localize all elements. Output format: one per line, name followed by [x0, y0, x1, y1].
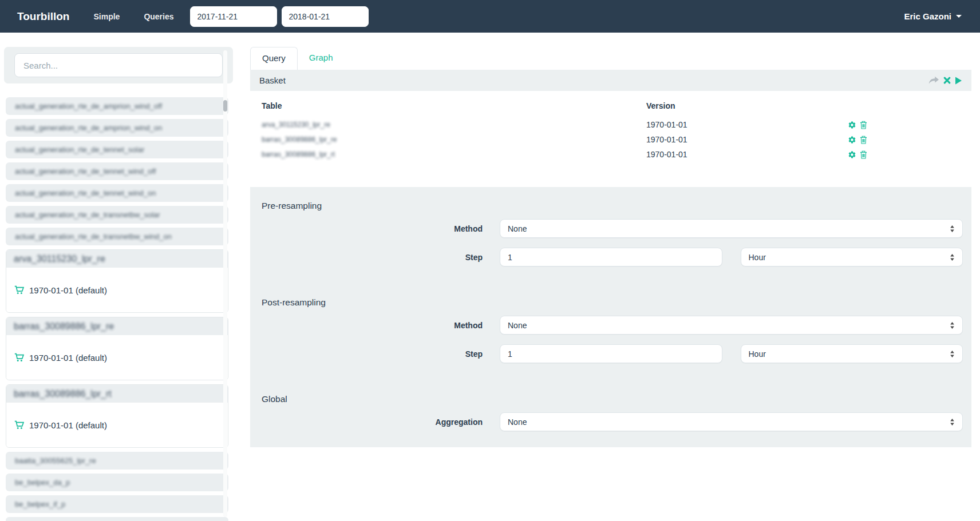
section-title: Pre-resampling — [262, 201, 963, 211]
select-arrows-icon — [950, 321, 955, 329]
method-label: Method — [259, 321, 483, 330]
basket-row-table-name: arva_30115230_lpr_re — [262, 117, 646, 132]
basket-row-actions — [848, 132, 960, 147]
series-sidebar: actual_generation_rte_de_amprion_wind_of… — [4, 47, 233, 521]
version-panel: 1970-01-01 (default) — [6, 335, 228, 380]
version-label: 1970-01-01 (default) — [29, 285, 107, 295]
app-brand: Tourbillon — [17, 10, 69, 23]
trash-icon[interactable] — [860, 121, 867, 129]
cart-icon[interactable] — [14, 420, 24, 429]
select-arrows-icon — [950, 253, 955, 261]
series-list: actual_generation_rte_de_amprion_wind_of… — [4, 97, 233, 521]
basket-row-actions — [848, 147, 960, 162]
list-item[interactable]: barras_30089886_lpr_re — [6, 317, 228, 335]
top-navbar: Tourbillon Simple Queries Eric Gazoni — [0, 0, 980, 33]
section-title: Global — [262, 394, 963, 404]
tab-query[interactable]: Query — [250, 47, 298, 70]
tab-graph[interactable]: Graph — [298, 47, 345, 70]
list-item[interactable]: actual_generation_rte_de_amprion_wind_of… — [6, 97, 228, 115]
run-query-play-icon[interactable] — [955, 77, 962, 85]
list-item[interactable]: barras_30089886_lpr_rt — [6, 385, 228, 403]
pre-resampling-section: Pre-resampling Method None Step Hour — [259, 201, 963, 267]
basket-actions — [928, 76, 962, 85]
post-step-unit-select[interactable]: Hour — [741, 344, 963, 363]
caret-down-icon — [956, 15, 962, 18]
user-menu[interactable]: Eric Gazoni — [904, 0, 962, 33]
list-item[interactable]: actual_generation_rte_de_transnetbw_wind… — [6, 228, 228, 245]
sidebar-scrollbar-thumb[interactable] — [223, 100, 227, 112]
pre-step-input[interactable] — [500, 248, 722, 267]
aggregation-label: Aggregation — [259, 417, 483, 427]
version-label: 1970-01-01 (default) — [29, 420, 107, 430]
post-step-input[interactable] — [500, 344, 722, 363]
list-item[interactable]: actual_generation_rte_de_transnetbw_sola… — [6, 206, 228, 224]
list-item[interactable]: be_belpex_if_p — [6, 495, 228, 513]
section-title: Post-resampling — [262, 297, 963, 308]
list-item[interactable]: be_belpex_da_p — [6, 474, 228, 491]
nav-item-simple[interactable]: Simple — [93, 12, 120, 21]
trash-icon[interactable] — [860, 136, 867, 144]
version-panel: 1970-01-01 (default) — [6, 268, 228, 312]
basket-panel-header: Basket — [250, 70, 971, 91]
post-method-select[interactable]: None — [500, 316, 963, 335]
pre-step-unit-select[interactable]: Hour — [741, 248, 963, 267]
nav-item-queries[interactable]: Queries — [144, 12, 173, 21]
date-to-input[interactable] — [282, 6, 369, 27]
column-header-table: Table — [262, 101, 646, 117]
global-section: Global Aggregation None — [259, 394, 963, 431]
post-resampling-section: Post-resampling Method None Step Hour — [259, 297, 963, 363]
share-icon[interactable] — [928, 76, 939, 85]
basket-title: Basket — [259, 75, 286, 85]
list-item-expanded: arva_30115230_lpr_re 1970-01-01 (default… — [6, 249, 228, 313]
basket-panel-body: Table Version arva_30115230_lpr_re 1970-… — [250, 91, 971, 187]
aggregation-select[interactable]: None — [500, 412, 963, 431]
version-entry[interactable]: 1970-01-01 (default) — [14, 353, 107, 363]
list-item-expanded: barras_30089886_lpr_rt 1970-01-01 (defau… — [6, 384, 228, 448]
search-input[interactable] — [14, 53, 223, 77]
gear-icon[interactable] — [848, 136, 856, 144]
list-item[interactable]: actual_generation_rte_de_amprion_wind_on — [6, 119, 228, 137]
trash-icon[interactable] — [860, 150, 867, 159]
pre-method-select[interactable]: None — [500, 219, 963, 238]
column-header-version: Version — [646, 101, 848, 117]
basket-row-actions — [848, 117, 960, 132]
cart-icon[interactable] — [14, 285, 24, 295]
basket-row-table-name: barras_30089886_lpr_re — [262, 132, 646, 147]
version-panel: 1970-01-01 (default) — [6, 403, 228, 447]
search-panel — [4, 47, 233, 83]
basket-row-version: 1970-01-01 — [646, 117, 848, 132]
clear-basket-x-icon[interactable] — [943, 77, 951, 84]
select-arrows-icon — [950, 225, 955, 233]
user-name: Eric Gazoni — [904, 11, 951, 21]
list-item[interactable]: baatta_30055625_lpr_re — [6, 452, 228, 470]
basket-row-table-name: barras_30089886_lpr_rt — [262, 147, 646, 162]
main-content: Query Graph Basket Table Version arva_30… — [250, 47, 971, 447]
version-label: 1970-01-01 (default) — [29, 353, 107, 363]
list-item[interactable]: actual_generation_rte_de_tennet_wind_on — [6, 184, 228, 202]
step-label: Step — [259, 253, 483, 262]
gear-icon[interactable] — [848, 121, 856, 129]
basket-row-version: 1970-01-01 — [646, 147, 848, 162]
cart-icon[interactable] — [14, 353, 24, 362]
list-item-expanded: barras_30089886_lpr_re 1970-01-01 (defau… — [6, 317, 228, 380]
tab-bar: Query Graph — [250, 47, 971, 70]
basket-table: Table Version arva_30115230_lpr_re 1970-… — [262, 101, 960, 162]
method-label: Method — [259, 224, 483, 233]
list-item[interactable] — [6, 517, 228, 521]
sidebar-scrollbar[interactable] — [223, 50, 227, 517]
gear-icon[interactable] — [848, 150, 856, 159]
version-entry[interactable]: 1970-01-01 (default) — [14, 420, 107, 430]
select-arrows-icon — [950, 350, 955, 358]
query-settings-panel: Pre-resampling Method None Step Hour — [250, 187, 971, 447]
step-label: Step — [259, 349, 483, 359]
version-entry[interactable]: 1970-01-01 (default) — [14, 285, 107, 295]
list-item[interactable]: actual_generation_rte_de_tennet_solar — [6, 141, 228, 158]
date-from-input[interactable] — [190, 6, 277, 27]
basket-row-version: 1970-01-01 — [646, 132, 848, 147]
select-arrows-icon — [950, 418, 955, 426]
list-item[interactable]: arva_30115230_lpr_re — [6, 250, 228, 268]
list-item[interactable]: actual_generation_rte_de_tennet_wind_off — [6, 162, 228, 180]
